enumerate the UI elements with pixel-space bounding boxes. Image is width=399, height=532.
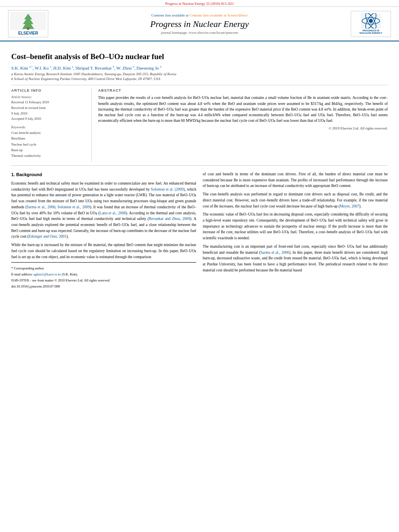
accepted-date: Accepted 9 July 2010 — [11, 116, 86, 122]
right-logo-text: PROGRESS INNUCLEAR ENERGY — [360, 29, 382, 34]
body-column-right: of cost and benefit in terms of the domi… — [203, 171, 388, 290]
body-para-3: of cost and benefit in terms of the domi… — [203, 171, 388, 189]
body-para-6: The manufacturing cost is an important p… — [203, 244, 388, 273]
footnote-email: E-mail address: agkim1@kaeri.re.kr (S.K.… — [11, 272, 196, 277]
abstract-title: ABSTRACT — [98, 88, 388, 92]
keywords-list: Cost–benefit analysis Beryllium Nuclear … — [11, 130, 86, 159]
svg-point-4 — [369, 19, 373, 23]
body-content: 1. Background Economic benefit and techn… — [11, 171, 388, 290]
journal-logo-right: PROGRESS INNUCLEAR ENERGY — [347, 11, 391, 37]
word-based: based — [293, 268, 302, 272]
svg-rect-2 — [27, 27, 29, 30]
ref-edsinger-2001[interactable]: Edsinger and Ozer, 2001 — [29, 234, 66, 238]
sciencedirect-text: Contents lists available at Contents lis… — [52, 13, 347, 17]
ref-solomon-2009b[interactable]: Solomon et al., 2009 — [58, 205, 90, 209]
keyword-2: Beryllium — [11, 136, 86, 141]
main-content: Cost–benefit analysis of BeO–UO₂ nuclear… — [0, 41, 399, 294]
received-date: Received 11 February 2010 — [11, 100, 86, 105]
journal-title-area: Contents lists available at Contents lis… — [52, 13, 347, 35]
nuclear-journal-icon — [361, 13, 381, 29]
journal-title: Progress in Nuclear Energy — [52, 19, 347, 29]
elsevier-tree-icon — [10, 12, 46, 30]
abstract-section: ABSTRACT This paper provides the results… — [98, 88, 388, 162]
revised-date: 9 July 2010 — [11, 111, 86, 117]
affiliations: a Korea Atomic Energy Research Institute… — [11, 72, 388, 81]
authors: S.K. Kim a,*, W.I. Ko a, H.D. Kim a, Shr… — [11, 65, 388, 70]
journal-header: ELSEVIER Contents lists available at Con… — [0, 7, 399, 41]
article-title: Cost–benefit analysis of BeO–UO₂ nuclear… — [11, 52, 388, 62]
ref-revankar-2009[interactable]: Revankar and Zhou, 2009 — [149, 217, 190, 221]
footnote-area: * Corresponding author. E-mail address: … — [11, 266, 196, 289]
email-link[interactable]: agkim1@kaeri.re.kr — [33, 272, 61, 276]
ref-meyer-2007[interactable]: Meyer, 2007 — [340, 204, 359, 208]
journal-homepage: journal homepage: www.elsevier.com/locat… — [52, 31, 347, 35]
article-info-title: ARTICLE INFO — [11, 88, 86, 92]
abstract-text: This paper provides the results of a cos… — [98, 95, 388, 123]
elsevier-logo-area: ELSEVIER — [8, 10, 52, 37]
keyword-1: Cost–benefit analysis — [11, 130, 86, 136]
ref-sarma-2006b[interactable]: Sarma et al., 2006 — [261, 251, 289, 255]
body-para-5: The economic value of BeO–UO₂ fuel lies … — [203, 212, 388, 241]
article-info: ARTICLE INFO Article history: Received 1… — [11, 88, 92, 162]
article-history: Article history: Received 11 February 20… — [11, 95, 86, 121]
sciencedirect-link-text[interactable]: Contents lists available at ScienceDirec… — [189, 13, 248, 17]
footnote-copyright: 0149-1970/$ – see front matter © 2010 El… — [11, 278, 196, 283]
ref-latta-2008[interactable]: Latta et al., 2008 — [100, 211, 126, 215]
affiliation-2: b School of Nuclear Engineering Purdue U… — [11, 77, 388, 81]
revised-label: Received in revised form — [11, 105, 86, 111]
keyword-5: Thermal conductivity — [11, 153, 86, 158]
keyword-3: Nuclear fuel cycle — [11, 142, 86, 147]
body-para-4: The cost–benefit analysis was performed … — [203, 191, 388, 209]
keyword-4: Burn-up — [11, 147, 86, 153]
info-abstract-section: ARTICLE INFO Article history: Received 1… — [11, 85, 388, 166]
journal-citation: Progress in Nuclear Energy 52 (2010) 813… — [0, 0, 399, 7]
body-column-left: 1. Background Economic benefit and techn… — [11, 171, 196, 290]
elsevier-wordmark: ELSEVIER — [10, 31, 46, 35]
footnote-corresponding: * Corresponding author. — [11, 266, 196, 271]
footnote-doi: doi:10.1016/j.pnucene.2010.07.008 — [11, 284, 196, 289]
section-1-heading: 1. Background — [11, 171, 196, 178]
abstract-copyright: © 2010 Elsevier Ltd. All rights reserved… — [98, 126, 388, 130]
ref-solomon-2009[interactable]: Solomon et al. (2009) — [151, 187, 185, 191]
keywords-label: Keywords: — [11, 125, 86, 129]
body-para-2: While the burn-up is increased by the mi… — [11, 242, 196, 260]
keywords-block: Keywords: Cost–benefit analysis Berylliu… — [11, 125, 86, 159]
footnote-divider — [11, 262, 196, 263]
history-label: Article history: — [11, 95, 86, 99]
body-para-1: Economic benefit and technical safety mu… — [11, 181, 196, 240]
ref-sarma-2006[interactable]: Sarma et al., 2006 — [27, 205, 55, 209]
affiliation-1: a Korea Atomic Energy Research Institute… — [11, 72, 388, 76]
